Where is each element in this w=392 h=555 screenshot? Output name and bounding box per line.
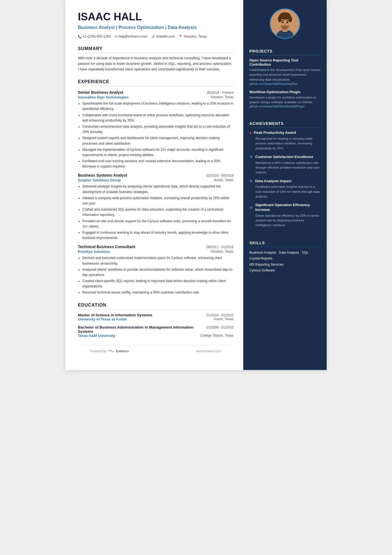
education-section: EDUCATION Master of Science in Informati… xyxy=(78,303,234,338)
project-1-link: github.com/IsaacHall/ReportingTool xyxy=(249,82,321,85)
phone-icon: 📞 xyxy=(78,35,82,38)
skills-text: Business Analysis · Data Analysis · SQL … xyxy=(249,250,321,274)
job-2-dates: 02/2016 - 05/2019 xyxy=(207,174,234,177)
list-item: Crafted and maintained SQL queries for d… xyxy=(82,207,234,218)
contact-linkedin: 🔗 linkedin.com xyxy=(152,34,175,38)
achievement-4-name: Significant Operation Efficiency Increas… xyxy=(255,203,321,212)
gear-icon-1: ⚙ xyxy=(249,155,253,159)
avatar xyxy=(270,8,300,39)
list-item: Designed custom reports and dashboards f… xyxy=(82,135,234,146)
job-2-company: Graphic Solutions Group xyxy=(78,178,121,182)
list-item: Facilitated end-user training sessions a… xyxy=(82,159,234,169)
education-title: EDUCATION xyxy=(78,303,234,310)
projects-section: PROJECTS Open Source Reporting Tool Cont… xyxy=(243,45,327,117)
job-1-dates: 06/2019 - Present xyxy=(207,91,234,95)
skill-2: Data Analysis xyxy=(279,251,299,255)
achievement-3-name: Data Analysis Impact xyxy=(255,179,291,184)
job-2: Business Systems Analyst 02/2016 - 05/20… xyxy=(78,173,234,241)
achievement-4-desc: Drove operational efficiency by 20% in s… xyxy=(249,213,321,228)
projects-title: PROJECTS xyxy=(249,49,321,55)
candidate-title: Business Analyst | Process Optimization … xyxy=(78,24,234,31)
location-icon: 📍 xyxy=(179,35,183,38)
edu-2-degree: Bachelor of Business Administration in M… xyxy=(78,325,207,334)
svg-point-6 xyxy=(288,16,292,23)
svg-point-7 xyxy=(282,21,284,23)
list-item: Delivered strategic insights by analyzin… xyxy=(82,184,234,194)
powered-by-text: Powered by xyxy=(90,349,106,353)
svg-point-8 xyxy=(286,21,288,23)
experience-section: EXPERIENCE Senior Business Analyst 06/20… xyxy=(78,79,234,295)
skill-5: MS Reporting Services xyxy=(249,263,284,267)
job-1-company: Innovative Sign Technologies xyxy=(78,95,129,99)
project-1-name: Open Source Reporting Tool Contribution xyxy=(249,58,321,66)
avatar-image xyxy=(271,8,299,39)
contact-phone: 📞 +1-(234)-555-1234 xyxy=(78,34,111,38)
job-3-location: Houston, Texas xyxy=(211,250,234,254)
job-3-title: Technical Business Consultant xyxy=(78,245,135,249)
heart-icon: ♥ xyxy=(249,131,252,135)
list-item: Resolved technical issues swiftly, maint… xyxy=(82,290,234,295)
achievement-1-name: Peak Productivity Award xyxy=(254,130,296,135)
linkedin-icon: 🔗 xyxy=(152,35,155,38)
contact-row: 📞 +1-(234)-555-1234 ✉ help@enhancv.com 🔗… xyxy=(78,34,234,38)
achievements-title: ACHIEVEMENTS xyxy=(249,121,321,128)
summary-text: With over a decade of experience in busi… xyxy=(78,55,234,72)
list-item: Collaborated with cross-functional teams… xyxy=(82,113,234,123)
achievement-1: ♥ Peak Productivity Award Recognized for… xyxy=(249,130,321,151)
edu-1-location: Austin, Texas xyxy=(214,317,234,321)
project-2-desc: Developed a plugin for workflow optimiza… xyxy=(249,95,321,105)
project-2-name: Workflow Optimization Plugin xyxy=(249,90,321,94)
list-item: Managed the implementation of Cyrious so… xyxy=(82,147,234,158)
contact-email: ✉ help@enhancv.com xyxy=(115,34,147,38)
job-3-dates: 08/2011 - 01/2016 xyxy=(207,245,234,249)
skill-6: Cyrious Software xyxy=(249,268,275,272)
list-item: Analyzed clients' workflows to provide r… xyxy=(82,267,234,278)
enhancv-logo-icon xyxy=(108,349,114,353)
list-item: Engaged in continuous learning to stay a… xyxy=(82,230,234,241)
project-2: Workflow Optimization Plugin Developed a… xyxy=(249,90,321,108)
footer-powered: Powered by Enhancv xyxy=(90,349,129,353)
job-1-bullets: Spearheaded the full-scale deployment of… xyxy=(78,101,234,169)
list-item: Spearheaded the full-scale deployment of… xyxy=(82,101,234,112)
job-3-bullets: Devised and executed customized implemen… xyxy=(78,255,234,295)
job-1: Senior Business Analyst 06/2019 - Presen… xyxy=(78,90,234,169)
skill-4: Crystal Reports xyxy=(249,256,272,260)
edu-2-dates: 01/2006 - 01/2010 xyxy=(207,325,234,329)
list-item: Created client-specific SQL reports, lea… xyxy=(82,278,234,289)
skills-title: SKILLS xyxy=(249,241,321,247)
project-1: Open Source Reporting Tool Contribution … xyxy=(249,58,321,85)
gear-icon-3: ⚙ xyxy=(249,205,253,210)
achievement-3: ⚙ Data Analysis Impact Facilitated actio… xyxy=(249,179,321,199)
achievement-1-desc: Recognized for leading a company-wide pr… xyxy=(249,136,321,151)
edu-1-dates: 01/2010 - 01/2012 xyxy=(207,313,234,317)
achievement-4: ⚙ Significant Operation Efficiency Incre… xyxy=(249,203,321,228)
footer: Powered by Enhancv www.enhancv.com xyxy=(78,345,234,357)
achievements-section: ACHIEVEMENTS ♥ Peak Productivity Award R… xyxy=(243,117,327,236)
job-2-bullets: Delivered strategic insights by analyzin… xyxy=(78,184,234,241)
job-3-company: PrintSys Solutions xyxy=(78,250,110,254)
svg-point-5 xyxy=(278,16,281,23)
contact-location: 📍 Houston, Texas xyxy=(179,34,207,38)
job-2-location: Austin, Texas xyxy=(214,178,234,182)
brand-name: Enhancv xyxy=(116,349,129,353)
email-icon: ✉ xyxy=(115,35,117,38)
edu-1-school: University of Texas at Austin xyxy=(78,317,127,321)
candidate-name: ISAAC HALL xyxy=(78,11,234,23)
left-column: ISAAC HALL Business Analyst | Process Op… xyxy=(65,0,243,370)
job-2-title: Business Systems Analyst xyxy=(78,173,127,177)
achievement-2-desc: Maintained a 95% customer satisfaction r… xyxy=(249,161,321,175)
avatar-section xyxy=(243,0,327,45)
achievement-3-desc: Facilitated actionable insights that led… xyxy=(249,184,321,199)
skills-section: SKILLS Business Analysis · Data Analysis… xyxy=(243,236,327,278)
project-2-link: github.com/IsaacHall/WorkflowOptPlugin xyxy=(249,105,321,108)
job-3: Technical Business Consultant 08/2011 - … xyxy=(78,245,234,295)
job-1-title: Senior Business Analyst xyxy=(78,90,123,95)
resume-wrapper: ISAAC HALL Business Analyst | Process Op… xyxy=(65,0,327,370)
list-item: Provided on-site and remote support for … xyxy=(82,219,234,229)
gear-icon-2: ⚙ xyxy=(249,179,253,183)
footer-website: www.enhancv.com xyxy=(196,349,221,353)
right-column: PROJECTS Open Source Reporting Tool Cont… xyxy=(243,0,327,370)
skill-1: Business Analysis xyxy=(249,251,276,255)
edu-1: Master of Science in Information Systems… xyxy=(78,313,234,321)
achievement-2-name: Customer Satisfaction Excellence xyxy=(255,155,313,159)
